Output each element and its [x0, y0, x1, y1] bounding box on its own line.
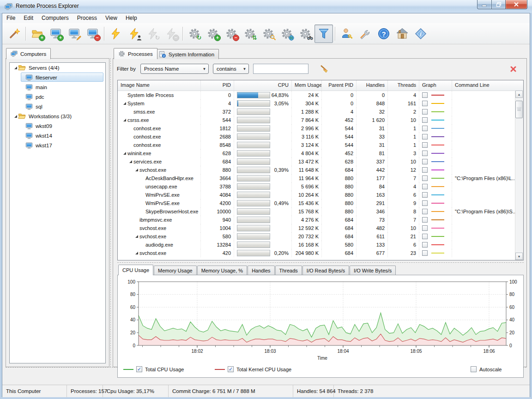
close-button[interactable]: [505, 0, 527, 9]
magic-wand-button[interactable]: [5, 24, 24, 43]
graph-checkbox[interactable]: [422, 184, 428, 189]
row-expanded-icon[interactable]: [122, 102, 127, 105]
chart-tab-cpu-usage[interactable]: CPU Usage: [118, 265, 153, 275]
add-folder-button[interactable]: +: [28, 24, 47, 43]
scrollbar-thumb[interactable]: [515, 101, 523, 118]
connect-button[interactable]: [107, 24, 125, 43]
column-header-command-line[interactable]: Command Line: [452, 80, 515, 91]
vertical-scrollbar[interactable]: ▲ ▼: [515, 91, 523, 260]
graph-checkbox[interactable]: [422, 192, 428, 198]
tree-item-wkst17[interactable]: wkst17: [10, 140, 105, 150]
tree-item-main[interactable]: main: [10, 82, 105, 92]
tree-expanded-icon[interactable]: [13, 66, 18, 70]
graph-checkbox[interactable]: [422, 242, 428, 248]
menu-view[interactable]: View: [101, 13, 121, 23]
process-row-acdeskbandhlpr-exe[interactable]: AcDeskBandHlpr.exe366411 964 K8801777"C:…: [118, 174, 523, 182]
process-row-conhost-exe[interactable]: conhost.exe85483 124 K544311: [118, 141, 523, 149]
horizontal-splitter[interactable]: [117, 262, 524, 265]
scroll-down-button[interactable]: ▼: [515, 253, 523, 260]
legend-checkbox[interactable]: ✓: [136, 366, 142, 372]
row-expanded-icon[interactable]: [122, 151, 127, 155]
minimize-button[interactable]: [477, 0, 492, 9]
help-button[interactable]: ?: [375, 24, 393, 43]
row-expanded-icon[interactable]: [128, 160, 133, 163]
graph-checkbox[interactable]: [422, 134, 428, 139]
tab-processes[interactable]: Processes: [114, 48, 157, 59]
menu-file[interactable]: File: [2, 13, 19, 23]
graph-checkbox[interactable]: [422, 142, 428, 148]
filter-field-select[interactable]: Process Name ▼: [140, 64, 209, 74]
chart-tab-memory-usage[interactable]: Memory Usage: [154, 266, 197, 275]
process-row-smss-exe[interactable]: smss.exe3721 288 K4322: [118, 108, 523, 116]
filter-toggle-button[interactable]: [314, 24, 333, 43]
graph-checkbox[interactable]: [422, 175, 428, 181]
graph-checkbox[interactable]: [422, 167, 428, 173]
tree-item-wkst09[interactable]: wkst09: [10, 121, 105, 131]
close-filter-button[interactable]: [510, 66, 516, 72]
tree-item-wkst14[interactable]: wkst14: [10, 131, 105, 140]
filter-operator-select[interactable]: contains ▼: [213, 64, 249, 74]
graph-checkbox[interactable]: [422, 92, 428, 98]
process-properties-button[interactable]: [259, 24, 278, 43]
tab-computers[interactable]: Computers: [6, 48, 51, 59]
logon-as-user-button[interactable]: [338, 24, 356, 43]
menu-process[interactable]: Process: [73, 13, 101, 23]
title-bar[interactable]: Remote Process Explorer: [0, 0, 532, 13]
connect-as-button[interactable]: [125, 24, 144, 43]
menu-help[interactable]: Help: [121, 13, 141, 23]
tree-item-pdc[interactable]: pdc: [10, 92, 105, 102]
graph-checkbox[interactable]: [422, 250, 428, 256]
about-button[interactable]: i: [411, 24, 430, 43]
graph-checkbox[interactable]: [422, 234, 428, 239]
menu-computers[interactable]: Computers: [37, 13, 73, 23]
process-row-wmiprvse-exe[interactable]: WmiPrvSE.exe42000,49%15 436 K8802919: [118, 199, 523, 207]
process-row-unsecapp-exe[interactable]: unsecapp.exe37885 696 K880844: [118, 182, 523, 191]
column-header-image-name[interactable]: Image Name: [118, 80, 201, 91]
row-expanded-icon[interactable]: [122, 118, 127, 122]
process-row-system[interactable]: System43,05%304 K0848161: [118, 99, 523, 108]
process-row-services-exe[interactable]: services.exe68413 472 K62833710: [118, 157, 523, 166]
column-header-graph[interactable]: Graph: [419, 80, 452, 91]
legend-checkbox[interactable]: ✓: [228, 366, 234, 372]
graph-checkbox[interactable]: [422, 151, 428, 156]
graph-checkbox[interactable]: [422, 126, 428, 131]
process-row-svchost-exe[interactable]: svchost.exe58020 732 K68461121: [118, 232, 523, 241]
process-row-conhost-exe[interactable]: conhost.exe18122 996 K544311: [118, 124, 523, 133]
chart-tab-i-o-write-bytes-s[interactable]: I/O Write Bytes/s: [350, 266, 396, 275]
tree-item-workstations-3-3-[interactable]: Workstations (3/3): [10, 111, 105, 121]
process-row-audiodg-exe[interactable]: audiodg.exe1328416 168 K5801336: [118, 241, 523, 249]
tree-expanded-icon[interactable]: [13, 115, 18, 118]
scroll-up-button[interactable]: ▲: [515, 91, 523, 98]
filter-query-input[interactable]: [253, 64, 308, 74]
edit-computer-button[interactable]: [65, 24, 84, 43]
row-expanded-icon[interactable]: [134, 251, 139, 255]
row-expanded-icon[interactable]: [134, 235, 139, 238]
process-row-svchost-exe[interactable]: svchost.exe4200,20%204 980 K68467723: [118, 249, 523, 257]
process-row-system-idle-process[interactable]: System Idle Process064,83%24 K004: [118, 91, 523, 99]
refresh-process-list-button[interactable]: ↻: [185, 24, 204, 43]
restore-button[interactable]: [492, 0, 505, 9]
chart-tab-handles[interactable]: Handles: [248, 266, 274, 275]
options-button[interactable]: [356, 24, 375, 43]
process-row-wininit-exe[interactable]: wininit.exe6284 804 K452813: [118, 149, 523, 157]
graph-checkbox[interactable]: [422, 159, 428, 164]
graph-checkbox[interactable]: [422, 209, 428, 214]
process-row-skypebrowserhost-exe[interactable]: SkypeBrowserHost.exe1000015 768 K8803468…: [118, 207, 523, 216]
column-header-cpu[interactable]: CPU: [234, 80, 292, 91]
tree-item-servers-4-4-[interactable]: Servers (4/4): [10, 63, 105, 73]
process-row-svchost-exe[interactable]: svchost.exe8800,39%11 648 K68444212: [118, 166, 523, 174]
run-new-process-button[interactable]: +: [204, 24, 222, 43]
chart-tab-i-o-read-bytes-s[interactable]: I/O Read Bytes/s: [302, 266, 349, 275]
process-row-svchost-exe[interactable]: svchost.exe100412 592 K68448210: [118, 224, 523, 232]
column-header-handles[interactable]: Handles: [357, 80, 388, 91]
column-header-pid[interactable]: PID: [201, 80, 234, 91]
graph-checkbox[interactable]: [422, 217, 428, 223]
row-expanded-icon[interactable]: [134, 168, 139, 172]
process-row-ibmpmsvc-exe[interactable]: ibmpmsvc.exe9404 276 K684737: [118, 216, 523, 224]
remove-computer-button[interactable]: −: [84, 24, 102, 43]
column-header-threads[interactable]: Threads: [388, 80, 419, 91]
find-process-button[interactable]: [296, 24, 314, 43]
graph-checkbox[interactable]: [422, 225, 428, 231]
kill-process-button[interactable]: −: [222, 24, 241, 43]
clear-filter-button[interactable]: [320, 64, 329, 73]
